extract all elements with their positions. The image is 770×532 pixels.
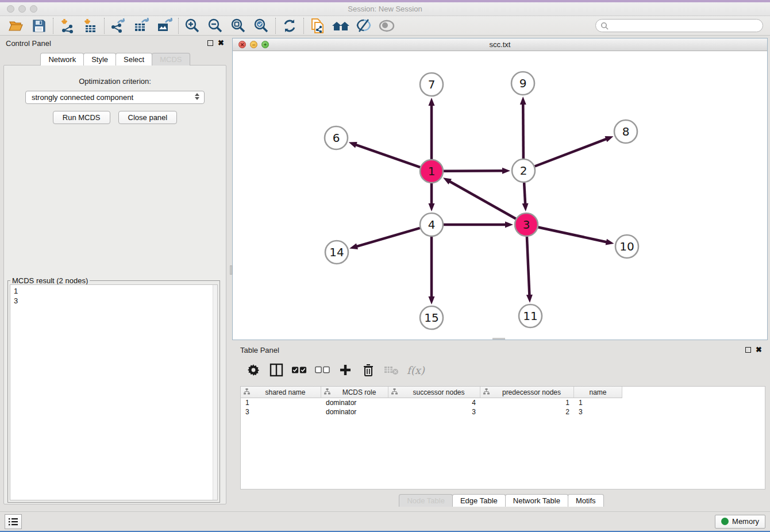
graph-edge[interactable] [444,171,505,171]
graph-node-label: 11 [523,309,537,323]
zoom-out-icon [207,18,224,34]
refresh-button[interactable] [278,17,301,34]
network-canvas[interactable]: 7968124314101511 [233,51,767,340]
graph-node-label: 8 [622,125,630,138]
select-all-button[interactable] [292,363,307,377]
import-table-button[interactable] [79,17,102,34]
add-row-button[interactable] [338,363,353,377]
delete-row-button[interactable] [361,363,376,377]
duplicate-network-button[interactable] [306,17,329,34]
graph-edge[interactable] [535,138,609,166]
graph-edge[interactable] [527,237,530,298]
table-cell[interactable]: 3 [574,407,622,417]
table-cell[interactable]: 2 [480,407,574,417]
search-input[interactable] [611,22,758,30]
tab-style[interactable]: Style [83,53,116,65]
table-row[interactable]: 1dominator411 [241,398,765,407]
export-network-button[interactable] [107,17,130,34]
graph-edge[interactable] [355,228,420,247]
network-window-titlebar[interactable]: ✕ − + scc.txt [233,38,767,51]
import-network-button[interactable] [56,17,79,34]
criterion-value: strongly connected component [32,93,133,102]
column-header-label: shared name [250,388,321,396]
close-panel-icon[interactable]: ✖ [218,40,224,46]
home-layout-button[interactable] [329,17,352,34]
hide-style-button[interactable] [352,17,375,34]
table-body: 1dominator4113dominator323 [241,398,765,417]
export-table-button[interactable] [130,17,153,34]
show-columns-button[interactable] [269,363,284,377]
task-history-button[interactable] [5,514,22,529]
tab-edge-table[interactable]: Edge Table [452,494,506,507]
table-cell[interactable]: dominator [321,407,388,417]
graph-node-label: 4 [428,218,436,232]
table-cell[interactable]: 4 [388,398,480,407]
tab-select[interactable]: Select [116,53,152,65]
search-icon [600,22,609,30]
close-panel-button[interactable]: Close panel [118,111,178,124]
zoom-selected-button[interactable] [250,17,273,34]
network-graph[interactable]: 7968124314101511 [233,51,767,340]
table-cell[interactable]: 3 [388,407,480,417]
table-cell[interactable]: 1 [574,398,622,407]
status-bar: Memory [0,511,770,531]
column-header[interactable]: MCDS role [321,387,388,398]
save-session-button[interactable] [28,17,51,34]
search-field[interactable] [595,19,763,32]
close-table-panel-icon[interactable]: ✖ [756,347,762,353]
app-title: Session: New Session [0,5,770,13]
tab-network[interactable]: Network [40,53,84,65]
mcds-result-box: MCDS result (2 nodes) 1 3 [7,280,220,503]
column-header[interactable]: shared name [241,387,321,398]
tab-mcds[interactable]: MCDS [152,53,190,65]
memory-button[interactable]: Memory [715,515,765,529]
deselect-all-button[interactable] [315,363,330,377]
canvas-hscrollbar[interactable] [492,338,505,340]
table-cell[interactable]: dominator [321,398,388,407]
tab-network-table[interactable]: Network Table [505,494,568,507]
graph-edge[interactable] [538,227,609,242]
graph-edge[interactable] [523,102,523,159]
table-cell[interactable]: 1 [241,398,321,407]
import-table-icon [82,18,98,34]
column-header-label: MCDS role [330,388,388,396]
column-header[interactable]: predecessor nodes [480,387,574,398]
graph-node-label: 15 [424,311,438,325]
table-cell[interactable]: 1 [480,398,574,407]
run-mcds-button[interactable]: Run MCDS [53,111,110,124]
zoom-out-button[interactable] [204,17,227,34]
graph-edge[interactable] [353,144,420,168]
mcds-result-text[interactable]: 1 3 [10,284,218,500]
edge-arrowhead-icon [605,136,613,142]
export-image-button[interactable] [153,17,176,34]
table-row[interactable]: 3dominator323 [241,407,765,417]
table-header-row: shared nameMCDS rolesuccessor nodesprede… [241,387,765,398]
zoom-selected-icon [253,18,270,34]
edge-arrowhead-icon [349,243,358,249]
float-table-panel-icon[interactable] [745,347,751,353]
open-session-button[interactable] [5,17,28,34]
graph-edge[interactable] [524,183,525,206]
edge-arrowhead-icon [522,203,529,211]
zoom-in-button[interactable] [181,17,204,34]
criterion-select[interactable]: strongly connected component [25,91,205,104]
table-panel-title: Table Panel [240,346,279,354]
column-type-icon [483,388,490,396]
column-header[interactable]: successor nodes [388,387,480,398]
node-table[interactable]: shared nameMCDS rolesuccessor nodesprede… [240,386,765,489]
table-settings-button[interactable] [246,363,261,377]
result-scrollbar[interactable] [213,285,217,500]
checked-boxes-icon [292,366,307,374]
select-stepper-icon [195,93,199,100]
tab-node-table[interactable]: Node Table [399,494,453,507]
column-header[interactable]: name [574,387,622,398]
column-type-icon [324,388,330,396]
tab-motifs[interactable]: Motifs [568,494,604,507]
table-cell[interactable]: 3 [241,407,321,417]
function-builder-button: f(x) [407,364,425,376]
zoom-fit-button[interactable] [227,17,250,34]
float-panel-icon[interactable] [207,40,213,46]
gear-icon [247,364,260,376]
graph-edge[interactable] [448,180,516,219]
show-graphics-details-button[interactable] [375,17,398,34]
